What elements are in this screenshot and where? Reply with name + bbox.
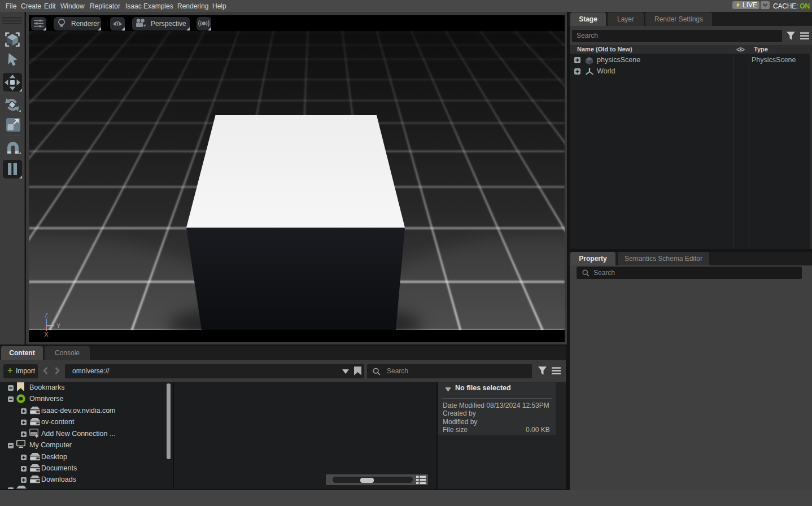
svg-text:X: X xyxy=(44,331,49,338)
svg-text:Z: Z xyxy=(45,312,49,319)
svg-text:Y: Y xyxy=(56,322,61,329)
